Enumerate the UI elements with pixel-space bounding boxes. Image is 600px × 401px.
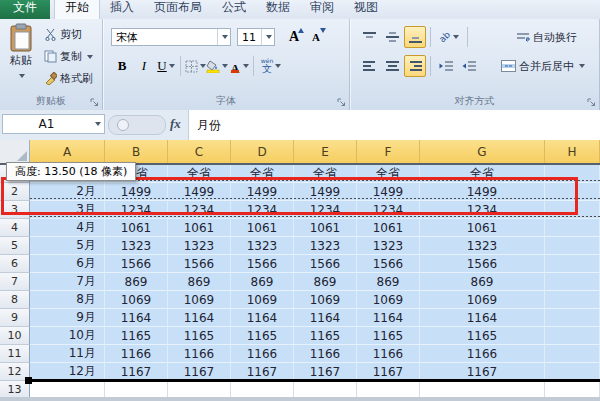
row-header-6[interactable]: 6 [0, 255, 30, 273]
font-name-caret[interactable] [217, 29, 230, 45]
cell-D4[interactable]: 1061 [231, 219, 294, 237]
cell-F4[interactable]: 1061 [357, 219, 420, 237]
insert-function-icon[interactable]: fx [170, 116, 181, 132]
cell-G4[interactable]: 1061 [420, 219, 545, 237]
cell-B8[interactable]: 1069 [105, 291, 168, 309]
cell-G6[interactable]: 1566 [420, 255, 545, 273]
cell-G11[interactable]: 1166 [420, 345, 545, 363]
cell-E5[interactable]: 1323 [294, 237, 357, 255]
cell-G7[interactable]: 869 [420, 273, 545, 291]
cell-C6[interactable]: 1566 [168, 255, 231, 273]
column-header-D[interactable]: D [231, 140, 294, 163]
row-header-9[interactable]: 9 [0, 309, 30, 327]
cell-D8[interactable]: 1069 [231, 291, 294, 309]
cell-B6[interactable]: 1566 [105, 255, 168, 273]
row-header-8[interactable]: 8 [0, 291, 30, 309]
cell-E10[interactable]: 1165 [294, 327, 357, 345]
cell-G9[interactable]: 1164 [420, 309, 545, 327]
font-color-button[interactable]: A [228, 55, 250, 77]
cell-A6[interactable]: 6月 [30, 255, 105, 273]
cell-F10[interactable]: 1165 [357, 327, 420, 345]
italic-button[interactable]: I [133, 55, 155, 77]
cell-F5[interactable]: 1323 [357, 237, 420, 255]
cell-A11[interactable]: 11月 [30, 345, 105, 363]
borders-button[interactable] [184, 55, 206, 77]
borders-caret[interactable] [200, 64, 206, 68]
cell-D7[interactable]: 869 [231, 273, 294, 291]
cell-C11[interactable]: 1166 [168, 345, 231, 363]
font-size-caret[interactable] [261, 29, 274, 45]
cell-C9[interactable]: 1164 [168, 309, 231, 327]
cell-A4[interactable]: 4月 [30, 219, 105, 237]
align-right-button[interactable] [404, 55, 426, 77]
cell-H10[interactable] [545, 327, 600, 345]
merge-center-button[interactable]: 合并后居中 [497, 57, 589, 76]
row-header-7[interactable]: 7 [0, 273, 30, 291]
font-size-combobox[interactable]: 11 [237, 28, 275, 46]
name-box-caret[interactable] [90, 115, 104, 133]
align-top-button[interactable] [358, 26, 380, 48]
column-header-E[interactable]: E [294, 140, 357, 163]
cell-C5[interactable]: 1323 [168, 237, 231, 255]
cell-D5[interactable]: 1323 [231, 237, 294, 255]
column-header-H[interactable]: H [545, 140, 600, 163]
column-header-A[interactable]: A [30, 140, 105, 163]
cell-A8[interactable]: 8月 [30, 291, 105, 309]
name-box[interactable]: A1 [2, 114, 105, 134]
column-header-F[interactable]: F [357, 140, 420, 163]
cell-D11[interactable]: 1166 [231, 345, 294, 363]
font-color-caret[interactable] [243, 64, 249, 68]
row-header-5[interactable]: 5 [0, 237, 30, 255]
row-header-4[interactable]: 4 [0, 219, 30, 237]
column-header-G[interactable]: G [420, 140, 545, 163]
wrap-text-button[interactable]: 自动换行 [512, 28, 581, 47]
cell-A9[interactable]: 9月 [30, 309, 105, 327]
tab-file[interactable]: 文件 [0, 0, 50, 19]
tab-home[interactable]: 开始 [54, 0, 100, 19]
cell-E7[interactable]: 869 [294, 273, 357, 291]
tab-page-layout[interactable]: 页面布局 [144, 0, 212, 19]
cell-H5[interactable] [545, 237, 600, 255]
shrink-font-button[interactable]: A [305, 26, 327, 48]
cell-H8[interactable] [545, 291, 600, 309]
row-header-10[interactable]: 10 [0, 327, 30, 345]
cell-E9[interactable]: 1164 [294, 309, 357, 327]
cell-G5[interactable]: 1323 [420, 237, 545, 255]
bold-button[interactable]: B [111, 55, 133, 77]
copy-button[interactable]: 复制 [40, 47, 97, 66]
cell-D6[interactable]: 1566 [231, 255, 294, 273]
cell-E11[interactable]: 1166 [294, 345, 357, 363]
cell-B5[interactable]: 1323 [105, 237, 168, 255]
select-all-corner[interactable] [0, 140, 30, 163]
cell-F9[interactable]: 1164 [357, 309, 420, 327]
cell-B10[interactable]: 1165 [105, 327, 168, 345]
column-header-B[interactable]: B [105, 140, 168, 163]
increase-indent-button[interactable] [458, 55, 480, 77]
cell-B7[interactable]: 869 [105, 273, 168, 291]
cell-H9[interactable] [545, 309, 600, 327]
underline-caret[interactable] [169, 64, 175, 68]
cell-B9[interactable]: 1164 [105, 309, 168, 327]
cell-F6[interactable]: 1566 [357, 255, 420, 273]
cell-C10[interactable]: 1165 [168, 327, 231, 345]
cell-E8[interactable]: 1069 [294, 291, 357, 309]
cell-E6[interactable]: 1566 [294, 255, 357, 273]
cell-F7[interactable]: 869 [357, 273, 420, 291]
cell-H7[interactable] [545, 273, 600, 291]
cell-B11[interactable]: 1166 [105, 345, 168, 363]
cell-B4[interactable]: 1061 [105, 219, 168, 237]
cell-C4[interactable]: 1061 [168, 219, 231, 237]
phonetic-guide-button[interactable]: wén 文 [257, 55, 285, 77]
tab-review[interactable]: 审阅 [300, 0, 344, 19]
column-header-C[interactable]: C [168, 140, 231, 163]
orientation-button[interactable]: ab [435, 26, 463, 48]
align-bottom-button[interactable] [404, 26, 426, 48]
paste-dropdown-caret[interactable] [19, 74, 25, 78]
orientation-caret[interactable] [453, 35, 459, 39]
format-painter-button[interactable]: 格式刷 [40, 69, 97, 88]
merge-center-caret[interactable] [579, 64, 585, 68]
cell-D9[interactable]: 1164 [231, 309, 294, 327]
font-dialog-launcher[interactable] [337, 98, 346, 107]
phonetic-caret[interactable] [275, 64, 281, 68]
cell-F11[interactable]: 1166 [357, 345, 420, 363]
